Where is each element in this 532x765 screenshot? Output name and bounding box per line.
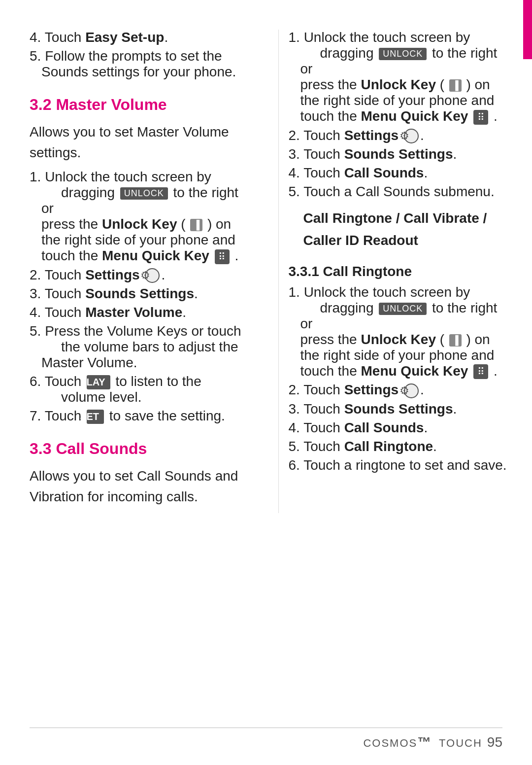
left-step-5: 5. Press the Volume Keys or touch the vo…	[30, 323, 249, 371]
menu-key-icon-3	[473, 364, 488, 379]
left-column: 4. Touch Easy Set-up. 5. Follow the prom…	[30, 30, 259, 513]
settings-icon-3	[404, 383, 419, 398]
section-3-2-heading: 3.2 Master Volume	[30, 96, 249, 114]
touch-text: TOUCH	[439, 737, 482, 749]
unlock-key-label-3: Unlock Key	[361, 332, 436, 347]
left-step-3: 3. Touch Sounds Settings.	[30, 286, 249, 302]
left-step-1-detail: dragging UNLOCK to the right or press th…	[41, 185, 238, 263]
call-sounds-submenu: Call Ringtone / Call Vibrate / Caller ID…	[303, 208, 508, 252]
page-number: 95	[487, 734, 502, 750]
left-step-6: 6. Touch PLAY to listen to the volume le…	[30, 374, 249, 405]
submenu-line2: Caller ID Readout	[303, 233, 418, 248]
key-icon-3: ▐	[449, 334, 462, 347]
unlock-badge-3: UNLOCK	[379, 303, 427, 315]
right-331-step-2: 2. Touch Settings .	[289, 382, 508, 398]
right-331-step-6: 6. Touch a ringtone to set and save.	[289, 457, 508, 473]
left-step-4: 4. Touch Master Volume.	[30, 305, 249, 320]
settings-label-1: Settings	[85, 267, 139, 282]
menu-key-icon-2	[473, 110, 488, 125]
settings-icon-2	[404, 129, 419, 143]
menu-quick-key-label-2: Menu Quick Key	[361, 108, 468, 124]
step-5-text: Follow the prompts to set the Sounds set…	[41, 48, 236, 79]
right-331-step-5: 5. Touch Call Ringtone.	[289, 439, 508, 454]
call-sounds-label-2: Call Sounds	[344, 420, 424, 435]
settings-label-3: Settings	[344, 382, 399, 397]
brand-name: cosmos™ TOUCH	[363, 734, 482, 750]
section-3-3-description: Allows you to set Call Sounds and Vibrat…	[30, 466, 249, 507]
right-331-step-3: 3. Touch Sounds Settings.	[289, 401, 508, 417]
left-step-1: 1. Unlock the touch screen by dragging U…	[30, 169, 249, 264]
left-step-7: 7. Touch SET to save the setting.	[30, 408, 249, 424]
cosmos-text: cosmos	[363, 737, 417, 749]
step-5: 5. Follow the prompts to set the Sounds …	[30, 48, 249, 80]
menu-quick-key-label-1: Menu Quick Key	[102, 248, 209, 263]
section-3-2-description: Allows you to set Master Volume settings…	[30, 122, 249, 163]
unlock-badge-1: UNLOCK	[120, 187, 168, 200]
unlock-key-label-1: Unlock Key	[102, 216, 177, 232]
left-step-5-detail: the volume bars to adjust the Master Vol…	[41, 339, 238, 370]
sounds-settings-label-3: Sounds Settings	[344, 401, 453, 417]
sidebar-accent-bar	[523, 0, 532, 59]
right-331-step-1: 1. Unlock the touch screen by dragging U…	[289, 284, 508, 380]
content-area: 4. Touch Easy Set-up. 5. Follow the prom…	[0, 0, 532, 543]
right-step-4: 4. Touch Call Sounds.	[289, 165, 508, 181]
menu-quick-key-label-3: Menu Quick Key	[361, 363, 468, 379]
key-icon-2: ▐	[449, 79, 462, 92]
right-step-1-detail: dragging UNLOCK to the right or press th…	[300, 45, 498, 124]
unlock-key-label-2: Unlock Key	[361, 77, 436, 92]
master-volume-label: Master Volume	[85, 305, 182, 320]
right-column: 1. Unlock the touch screen by dragging U…	[278, 30, 508, 513]
menu-key-icon-1	[215, 249, 230, 264]
play-badge: PLAY	[87, 375, 110, 389]
right-step-1: 1. Unlock the touch screen by dragging U…	[289, 30, 508, 125]
call-sounds-label-1: Call Sounds	[344, 165, 424, 180]
settings-icon-1	[145, 268, 160, 283]
key-icon-1: ▐	[190, 219, 202, 231]
section-3-3-1-heading: 3.3.1 Call Ringtone	[289, 264, 508, 279]
footer: cosmos™ TOUCH 95	[363, 734, 502, 750]
left-step-6-detail: volume level.	[41, 389, 141, 405]
set-badge: SET	[87, 410, 104, 424]
right-step-2: 2. Touch Settings .	[289, 128, 508, 144]
footer-divider	[30, 728, 502, 728]
right-331-step-1-detail: dragging UNLOCK to the right or press th…	[300, 300, 498, 379]
sounds-settings-label-1: Sounds Settings	[85, 286, 194, 301]
submenu-line1: Call Ringtone / Call Vibrate /	[303, 210, 487, 226]
section-3-3-heading: 3.3 Call Sounds	[30, 440, 249, 458]
left-step-2: 2. Touch Settings .	[30, 267, 249, 283]
unlock-badge-2: UNLOCK	[379, 48, 427, 60]
right-step-5: 5. Touch a Call Sounds submenu.	[289, 184, 508, 200]
step-4: 4. Touch Easy Set-up.	[30, 30, 249, 45]
easy-setup-label: Easy Set-up	[85, 30, 164, 45]
sounds-settings-label-2: Sounds Settings	[344, 146, 453, 162]
right-331-step-4: 4. Touch Call Sounds.	[289, 420, 508, 436]
right-step-3: 3. Touch Sounds Settings.	[289, 146, 508, 162]
call-ringtone-label: Call Ringtone	[344, 439, 433, 454]
settings-label-2: Settings	[344, 128, 399, 143]
